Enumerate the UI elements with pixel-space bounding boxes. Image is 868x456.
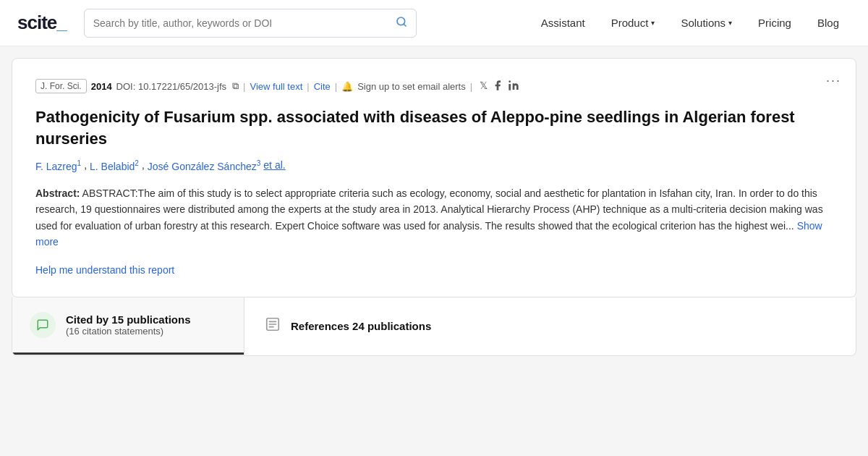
- author-2-sup: 2: [135, 159, 139, 167]
- nav-label-blog: Blog: [817, 17, 839, 29]
- svg-line-1: [404, 24, 406, 26]
- main-nav: Assistant Product ▾ Solutions ▾ Pricing …: [529, 11, 851, 35]
- view-full-text-link[interactable]: View full text: [250, 81, 303, 92]
- header: scite_ Assistant Product ▾ Solutions ▾ P…: [0, 0, 868, 46]
- more-options-button[interactable]: ···: [826, 73, 841, 88]
- abstract-text: ABSTRACT:The aim of this study is to sel…: [35, 187, 823, 232]
- linkedin-icon[interactable]: [508, 80, 519, 93]
- author-3[interactable]: José González Sánchez3: [148, 159, 261, 172]
- journal-tag: J. For. Sci.: [35, 79, 87, 93]
- social-icons: 𝕏: [480, 80, 519, 93]
- authors-list: F. Lazreg1 , L. Belabid2 , José González…: [35, 159, 833, 172]
- cited-by-tab[interactable]: Cited by 15 publications (16 citation st…: [12, 297, 244, 355]
- cited-by-icon: [30, 312, 56, 338]
- citations-bar: Cited by 15 publications (16 citation st…: [12, 297, 856, 356]
- svg-point-3: [509, 80, 511, 83]
- search-input[interactable]: [93, 17, 396, 29]
- author-2-name: L. Belabid: [90, 161, 135, 172]
- copy-icon[interactable]: ⧉: [232, 80, 239, 92]
- author-1-name: F. Lazreg: [35, 161, 77, 172]
- author-3-sup: 3: [257, 159, 261, 167]
- nav-item-pricing[interactable]: Pricing: [746, 11, 803, 35]
- meta-row: J. For. Sci. 2014 DOI: 10.17221/65/2013-…: [35, 79, 833, 93]
- et-al-link[interactable]: et al.: [263, 159, 285, 172]
- chevron-down-icon: ▾: [651, 19, 655, 27]
- chevron-down-icon: ▾: [728, 19, 732, 27]
- references-title[interactable]: References 24 publications: [291, 320, 431, 332]
- references-icon: [265, 316, 281, 336]
- left-panel: Cited by 15 publications (16 citation st…: [12, 297, 244, 355]
- nav-label-product: Product: [611, 17, 649, 29]
- separator-3: |: [335, 81, 337, 92]
- separator-1: |: [243, 81, 245, 92]
- nav-label-pricing: Pricing: [758, 17, 791, 29]
- author-3-name: José González Sánchez: [148, 161, 257, 172]
- nav-item-assistant[interactable]: Assistant: [529, 11, 597, 35]
- author-1[interactable]: F. Lazreg1: [35, 159, 81, 172]
- svg-rect-2: [509, 84, 511, 90]
- cited-by-sub: (16 citation statements): [66, 326, 191, 337]
- alert-text: Sign up to set email alerts: [357, 81, 466, 92]
- abstract: Abstract: ABSTRACT:The aim of this study…: [35, 185, 833, 250]
- facebook-icon[interactable]: [492, 80, 503, 93]
- bell-icon: 🔔: [341, 81, 353, 92]
- author-1-sup: 1: [77, 159, 82, 167]
- separator-4: |: [470, 81, 472, 92]
- separator-2: |: [307, 81, 309, 92]
- main-content: ··· J. For. Sci. 2014 DOI: 10.17221/65/2…: [0, 58, 868, 356]
- author-2[interactable]: L. Belabid2: [90, 159, 139, 172]
- abstract-label: Abstract:: [35, 187, 80, 199]
- article-card: ··· J. For. Sci. 2014 DOI: 10.17221/65/2…: [12, 58, 856, 297]
- article-title: Pathogenicity of Fusarium spp. associate…: [35, 106, 833, 149]
- right-panel: References 24 publications: [244, 297, 856, 355]
- nav-item-product[interactable]: Product ▾: [600, 11, 667, 35]
- nav-label-solutions: Solutions: [681, 17, 726, 29]
- help-understand-link[interactable]: Help me understand this report: [35, 264, 174, 276]
- nav-label-assistant: Assistant: [541, 17, 585, 29]
- doi-text: DOI: 10.17221/65/2013-jfs: [116, 81, 227, 92]
- logo[interactable]: scite_: [17, 12, 67, 34]
- search-bar: [84, 9, 417, 38]
- twitter-icon[interactable]: 𝕏: [480, 80, 488, 93]
- search-button[interactable]: [396, 16, 407, 30]
- cite-link[interactable]: Cite: [314, 81, 331, 92]
- publication-year: 2014: [91, 81, 112, 92]
- cite-tab-text: Cited by 15 publications (16 citation st…: [66, 313, 191, 337]
- cited-by-title: Cited by 15 publications: [66, 313, 191, 326]
- nav-item-solutions[interactable]: Solutions ▾: [669, 11, 744, 35]
- nav-item-blog[interactable]: Blog: [806, 11, 851, 35]
